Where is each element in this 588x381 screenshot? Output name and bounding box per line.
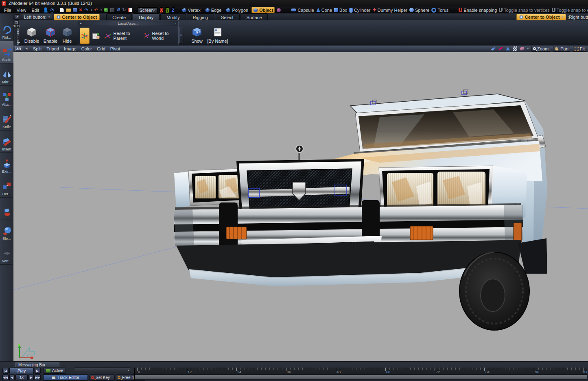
tool-vertices[interactable]: Vert... (0, 242, 13, 265)
view-mode-button[interactable]: 3D (15, 46, 22, 51)
primitive-torus[interactable]: Torus (431, 8, 448, 13)
messaging-bar-tab[interactable]: Messaging Bar (15, 362, 59, 367)
edit-axes-toggle[interactable] (91, 28, 101, 44)
primitive-box[interactable]: Box (334, 8, 347, 13)
show-axes-toggle[interactable] (80, 28, 90, 44)
new-file-icon[interactable] (60, 7, 64, 13)
pin-icon[interactable] (15, 21, 18, 24)
menu-edit[interactable]: Edit (30, 8, 41, 13)
primitive-sphere[interactable]: Sphere (409, 8, 429, 13)
timeline[interactable]: 0 12 24 36 48 60 72 84 96 108 (134, 368, 587, 381)
enable-snapping-button[interactable]: Enable snapping (459, 8, 497, 13)
tool-rotate[interactable]: Rot... (0, 19, 13, 41)
timeline-ruler[interactable]: 0 12 24 36 48 60 72 84 96 108 (135, 368, 587, 374)
reset-to-world-button[interactable]: Reset to World (141, 28, 177, 44)
viewport-menu-grid[interactable]: Grid (97, 46, 105, 51)
go-start-button[interactable]: |◀ (2, 368, 9, 374)
hide-button[interactable]: Hide (60, 21, 74, 45)
go-end-button[interactable]: ▶| (35, 368, 41, 374)
tool-knife[interactable]: Knife (0, 108, 13, 131)
group-expand-icon[interactable]: ► (179, 27, 183, 43)
snap-edges-toggle[interactable]: Toggle snap to edges (552, 8, 588, 13)
pencil-icon[interactable] (491, 47, 495, 51)
eraser-icon[interactable] (520, 47, 525, 51)
open-file-icon[interactable] (66, 7, 71, 13)
dialog-launcher-icon[interactable]: ⌐ (175, 22, 177, 24)
delete-icon[interactable]: ✕ (79, 7, 83, 13)
viewport-menu-tripod[interactable]: Tripod (46, 46, 59, 51)
tab-surface[interactable]: Surface (240, 13, 268, 20)
commands-panel-strip[interactable]: Commands E (13, 20, 19, 46)
primitive-cone[interactable]: Cone (316, 8, 332, 13)
dummy-helper-2[interactable] (462, 90, 468, 95)
view-collapse-icon[interactable]: ◄ (25, 47, 28, 50)
uv-mode-icon[interactable] (277, 7, 281, 13)
mode-edge-button[interactable]: Edge (204, 7, 223, 13)
track-editor-button[interactable]: Track Editor (43, 374, 88, 381)
left-button-dropdown[interactable]: Left button:▾ (22, 14, 52, 20)
license-icon[interactable]: 👤 (43, 7, 48, 13)
tool-scale[interactable]: Scale (0, 41, 13, 63)
disable-button[interactable]: Disable (22, 21, 41, 45)
tab-modify[interactable]: Modify (160, 13, 186, 20)
mode-object-button[interactable]: Object (251, 7, 275, 13)
axis-x-button[interactable]: X (160, 7, 163, 13)
menu-file[interactable]: File (2, 8, 13, 13)
snap-vertices-toggle[interactable]: Toggle snap to vertices (499, 8, 550, 13)
enable-button[interactable]: Enable (41, 21, 60, 45)
pan-tool[interactable]: Pan (553, 46, 570, 52)
screen-combo[interactable]: Screen▾ (138, 7, 157, 13)
tool-insert[interactable]: Insert (0, 131, 13, 153)
play-button[interactable]: Play (9, 368, 34, 374)
viewport-menu-pivot[interactable]: Pivot (110, 46, 120, 51)
step-forward-button[interactable]: ▶ (28, 374, 34, 380)
notes-icon[interactable] (128, 7, 132, 13)
show-button[interactable]: Show (188, 21, 206, 45)
viewport-menu-color[interactable]: Color (81, 46, 92, 51)
menu-view[interactable]: View (15, 8, 28, 13)
mode-polygon-button[interactable]: Polygon (225, 7, 249, 13)
scene-canvas[interactable] (13, 52, 588, 361)
tab-select[interactable]: Select (215, 13, 240, 20)
tool-extrude[interactable]: Extr... (0, 153, 13, 175)
tab-create[interactable]: Create (106, 13, 132, 20)
group-header[interactable]: ▲ Local Axes... ⌐ (78, 21, 178, 26)
reset-to-parent-button[interactable]: Reset to Parent (102, 28, 139, 44)
tool-detach[interactable]: Det... (0, 175, 13, 198)
right-action-button[interactable]: Center to Object▾ (516, 14, 566, 20)
tab-rigging[interactable]: Rigging (187, 13, 214, 20)
rewind-button[interactable]: ◀◀ (2, 374, 9, 380)
redo-icon[interactable]: ↷ (85, 7, 88, 13)
save-icon[interactable] (73, 7, 77, 13)
car-model[interactable] (174, 94, 547, 330)
fit-tool[interactable]: Fit (573, 46, 586, 52)
tool-attach[interactable]: Atta... (0, 86, 13, 108)
primitive-cylinder[interactable]: Cylinder (349, 8, 370, 13)
viewport-menu-split[interactable]: Split (33, 46, 42, 51)
set-key-button[interactable]: Set Key (90, 374, 115, 381)
active-toggle[interactable]: Active (43, 368, 66, 374)
primitive-dummy-helper[interactable]: ✚Dummy Helper (372, 7, 407, 13)
tab-display[interactable]: Display (133, 13, 160, 20)
axis-y-button[interactable]: Y (165, 7, 169, 13)
step-back-button[interactable]: ◀ (9, 374, 15, 380)
undo-caret[interactable]: ▾ (101, 9, 102, 12)
close-panel-button[interactable]: ✕ (15, 14, 20, 20)
collapse-icon[interactable]: ▲ (79, 22, 82, 24)
speed-button[interactable]: 1x (15, 374, 28, 380)
tool-mirror[interactable]: Mirr... (0, 63, 13, 86)
tool-element[interactable]: Ele... (0, 220, 13, 242)
mode-vertex-button[interactable]: Vertex (181, 7, 202, 13)
primitive-capsule[interactable]: Capsule (291, 8, 314, 13)
undo-icon[interactable]: ↶ (94, 7, 98, 13)
eraser-caret[interactable]: ▾ (527, 47, 529, 50)
axis-z-button[interactable]: Z (171, 7, 175, 13)
redo-caret[interactable]: ▾ (91, 9, 92, 12)
timeline-slider[interactable] (135, 374, 587, 380)
show-by-name-button[interactable]: [By Name] (206, 21, 229, 45)
tool-unlabeled[interactable] (0, 198, 13, 220)
pen-icon[interactable] (498, 47, 503, 50)
help-icon[interactable]: ? (50, 8, 54, 13)
fast-forward-button[interactable]: ▶▶ (35, 374, 41, 380)
render-icon[interactable] (104, 7, 108, 13)
